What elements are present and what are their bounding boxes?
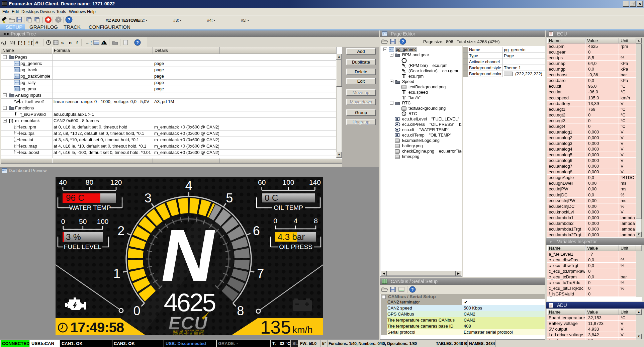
svg-text:0: 0 xyxy=(133,304,141,318)
svg-text:OIL PRESS: OIL PRESS xyxy=(279,243,312,250)
svg-text:MASTER: MASTER xyxy=(173,329,204,335)
svg-text:0: 0 xyxy=(61,218,65,225)
svg-text:1:: 1: xyxy=(14,152,16,155)
svg-text:FUEL LEVEL: FUEL LEVEL xyxy=(64,243,101,250)
svg-text:8: 8 xyxy=(314,217,318,225)
svg-text:140: 140 xyxy=(309,178,321,186)
svg-text:135: 135 xyxy=(260,317,291,335)
svg-text:?: ? xyxy=(411,287,414,292)
svg-text:3 %: 3 % xyxy=(66,232,81,242)
svg-text:40: 40 xyxy=(59,178,67,186)
svg-text:60: 60 xyxy=(258,178,266,186)
svg-text:OIL TEMP: OIL TEMP xyxy=(274,204,303,211)
svg-text:2: 2 xyxy=(117,224,124,238)
svg-text:1:: 1: xyxy=(14,146,16,148)
svg-text:→⋮: →⋮ xyxy=(85,40,93,45)
svg-text:WATER TEMP: WATER TEMP xyxy=(69,204,111,211)
svg-text:?: ? xyxy=(68,17,71,22)
svg-text:0 C: 0 C xyxy=(265,193,278,203)
svg-text:4: 4 xyxy=(294,217,298,225)
svg-text:?: ? xyxy=(136,40,139,45)
svg-text:8: 8 xyxy=(237,304,244,318)
svg-text:[⁝]: [⁝] xyxy=(9,118,13,123)
svg-text:100: 100 xyxy=(282,178,294,186)
svg-text:5: 5 xyxy=(226,191,233,205)
svg-text:7: 7 xyxy=(257,266,264,280)
svg-text:n: n xyxy=(69,40,72,45)
svg-text:96 C: 96 C xyxy=(66,193,84,203)
svg-text:⋮[: ⋮[ xyxy=(27,40,33,45)
svg-text:e: e xyxy=(35,39,38,45)
svg-text:1:: 1: xyxy=(14,133,16,136)
svg-text:50: 50 xyxy=(79,218,87,225)
svg-text:6: 6 xyxy=(253,224,260,238)
svg-text:?: ? xyxy=(401,39,404,44)
svg-text:120: 120 xyxy=(110,178,122,186)
svg-text:80: 80 xyxy=(86,178,93,186)
svg-text:17:49:58: 17:49:58 xyxy=(70,320,124,335)
svg-text:1:: 1: xyxy=(14,139,16,142)
svg-text:s: s xyxy=(61,40,64,45)
svg-text:3: 3 xyxy=(145,191,152,205)
svg-text:1:: 1: xyxy=(14,126,16,129)
svg-text:[⋮]: [⋮] xyxy=(18,40,25,45)
svg-text:0: 0 xyxy=(273,217,277,225)
svg-text:f: f xyxy=(76,40,78,45)
svg-text:4.3 bar: 4.3 bar xyxy=(278,232,305,242)
svg-text:100: 100 xyxy=(97,218,108,225)
svg-text:4625: 4625 xyxy=(164,288,215,317)
svg-text:!: ! xyxy=(103,41,104,45)
svg-text:4: 4 xyxy=(185,179,192,193)
svg-text:km/h: km/h xyxy=(292,325,313,335)
svg-text:1: 1 xyxy=(113,266,120,280)
